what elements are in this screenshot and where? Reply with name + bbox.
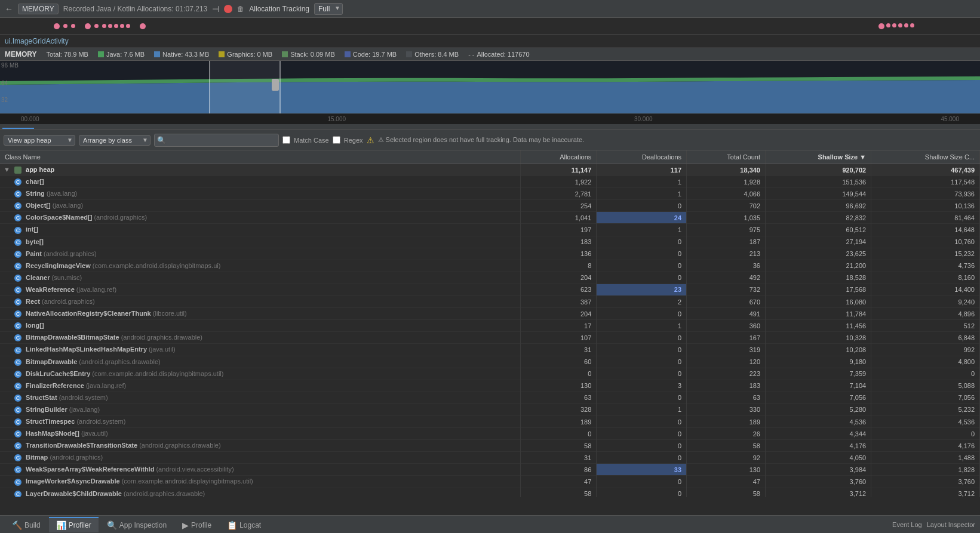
tab-profiler[interactable]: 📊 Profiler (49, 517, 99, 532)
table-row[interactable]: C ColorSpace$Named[] (android.graphics) … (0, 212, 980, 224)
table-row[interactable]: C StructTimespec (android.system) 189 0 … (0, 415, 980, 427)
table-row[interactable]: C WeakReference (java.lang.ref) 623 23 7… (0, 284, 980, 295)
class-icon: C (14, 454, 21, 461)
col-allocations[interactable]: Allocations (520, 150, 596, 164)
col-deallocations[interactable]: Deallocations (597, 150, 687, 164)
class-name: WeakSparseArray$WeakReferenceWithId (26, 466, 154, 473)
svg-rect-2 (279, 61, 281, 113)
dealloc-cell: 0 (597, 452, 687, 464)
record-stop-icon[interactable]: ⊣ (212, 4, 219, 14)
back-button[interactable]: ← (5, 4, 13, 14)
alloc-cell: 60 (520, 356, 596, 368)
class-pkg: (java.lang) (69, 406, 100, 413)
table-row[interactable]: C Bitmap (android.graphics) 31 0 92 4,05… (0, 452, 980, 464)
shallow-cell: 17,568 (766, 284, 871, 295)
match-case-label[interactable]: Match Case (282, 136, 329, 144)
total-label: Total: 78.9 MB (47, 51, 88, 58)
profiler-label: Profiler (69, 521, 91, 529)
class-pkg: (java.util) (149, 346, 176, 353)
table-row[interactable]: C Cleaner (sun.misc) 204 0 492 18,528 8,… (0, 272, 980, 284)
shallow-cell: 5,280 (766, 403, 871, 415)
class-name: String (26, 190, 45, 197)
table-row[interactable]: C ImageWorker$AsyncDrawable (com.example… (0, 476, 980, 488)
filter-toolbar: View app heap ▼ Arrange by class ▼ 🔍 Mat… (0, 130, 980, 150)
group-expand-icon[interactable]: ▼ (4, 166, 10, 173)
table-row[interactable]: C HashMap$Node[] (java.util) 0 0 26 4,34… (0, 428, 980, 440)
dealloc-cell: 1 (597, 188, 687, 200)
table-row[interactable]: C char[] 1,922 1 1,928 151,536 117,548 (0, 176, 980, 188)
table-row[interactable]: C Paint (android.graphics) 136 0 213 23,… (0, 248, 980, 260)
col-shallow-size-c[interactable]: Shallow Size C... (871, 150, 980, 164)
col-shallow-size[interactable]: Shallow Size ▼ (766, 150, 871, 164)
class-name: RecyclingImageView (26, 262, 91, 269)
shallow-c-cell: 117,548 (871, 176, 980, 188)
shallow-cell: 4,344 (766, 428, 871, 440)
total-cell: 670 (687, 296, 766, 308)
class-name-cell: C StructTimespec (android.system) (0, 415, 520, 427)
match-case-checkbox[interactable] (282, 136, 290, 144)
col-total-count[interactable]: Total Count (687, 150, 766, 164)
class-name-cell: C FinalizerReference (java.lang.ref) (0, 380, 520, 392)
dealloc-cell: 0 (597, 236, 687, 248)
class-name: Bitmap (26, 454, 48, 461)
search-input[interactable] (168, 135, 276, 145)
table-row[interactable]: C Object[] (java.lang) 254 0 702 96,692 … (0, 200, 980, 212)
class-icon: C (14, 359, 21, 366)
shallow-c-cell: 5,232 (871, 403, 980, 415)
table-row[interactable]: C String (java.lang) 2,781 1 4,066 149,5… (0, 188, 980, 200)
full-dropdown[interactable]: Full (314, 3, 343, 15)
tab-app-inspection[interactable]: 🔍 App Inspection (100, 517, 174, 532)
table-row[interactable]: C DiskLruCache$Entry (com.example.androi… (0, 368, 980, 380)
table-row[interactable]: C byte[] 183 0 187 27,194 10,760 (0, 236, 980, 248)
tab-logcat[interactable]: 📋 Logcat (220, 517, 268, 532)
total-cell: 360 (687, 320, 766, 332)
total-cell: 47 (687, 476, 766, 488)
event-log-link[interactable]: Event Log (892, 521, 922, 528)
regex-label[interactable]: Regex (333, 136, 363, 144)
table-row[interactable]: C FinalizerReference (java.lang.ref) 130… (0, 380, 980, 392)
table-row[interactable]: C StructStat (android.system) 63 0 63 7,… (0, 392, 980, 403)
dealloc-cell: 1 (597, 176, 687, 188)
tab-build[interactable]: 🔨 Build (5, 517, 48, 532)
dealloc-cell: 0 (597, 428, 687, 440)
class-icon: C (14, 418, 21, 426)
heap-dropdown[interactable]: View app heap (4, 135, 75, 146)
dealloc-cell: 0 (597, 248, 687, 260)
table-row[interactable]: C TransitionDrawable$TransitionState (an… (0, 440, 980, 452)
y-label-64: 64 (1, 80, 8, 87)
memory-badge[interactable]: MEMORY (18, 4, 59, 14)
class-pkg: (java.lang) (53, 202, 83, 209)
class-name-cell: C ColorSpace$Named[] (android.graphics) (0, 212, 520, 224)
table-row[interactable]: C WeakSparseArray$WeakReferenceWithId (a… (0, 464, 980, 476)
record-button[interactable] (224, 5, 232, 13)
table-row[interactable]: C BitmapDrawable (android.graphics.drawa… (0, 356, 980, 368)
total-cell: 130 (687, 464, 766, 476)
table-row[interactable]: C Rect (android.graphics) 387 2 670 16,0… (0, 296, 980, 308)
delete-button[interactable]: 🗑 (237, 5, 244, 13)
col-class-name[interactable]: Class Name (0, 150, 520, 164)
arrange-dropdown[interactable]: Arrange by class (79, 135, 150, 146)
table-row[interactable]: C LayerDrawable$ChildDrawable (android.g… (0, 488, 980, 497)
table-row[interactable]: C int[] 197 1 975 60,512 14,648 (0, 224, 980, 236)
table-row[interactable]: C long[] 17 1 360 11,456 512 (0, 320, 980, 332)
app-inspection-icon: 🔍 (107, 520, 117, 530)
class-icon: C (14, 286, 21, 294)
table-row[interactable]: C StringBuilder (java.lang) 328 1 330 5,… (0, 403, 980, 415)
tab-profile[interactable]: ▶ Profile (175, 517, 219, 532)
shallow-cell: 27,194 (766, 236, 871, 248)
mem-stat-allocated: - - Allocated: 117670 (468, 51, 529, 58)
class-name: NativeAllocationRegistry$CleanerThunk (26, 310, 151, 317)
regex-checkbox[interactable] (333, 136, 340, 144)
data-table-wrapper[interactable]: Class Name Allocations Deallocations Tot… (0, 150, 980, 497)
table-row[interactable]: C RecyclingImageView (com.example.androi… (0, 260, 980, 272)
group-alloc: 11,147 (520, 164, 596, 176)
total-cell: 330 (687, 403, 766, 415)
svg-rect-3 (272, 79, 279, 91)
table-row[interactable]: C NativeAllocationRegistry$CleanerThunk … (0, 308, 980, 320)
class-name: Cleaner (26, 274, 50, 281)
total-cell: 492 (687, 272, 766, 284)
layout-inspector-link[interactable]: Layout Inspector (927, 521, 975, 528)
table-row[interactable]: C LinkedHashMap$LinkedHashMapEntry (java… (0, 344, 980, 356)
alloc-cell: 1,041 (520, 212, 596, 224)
table-row[interactable]: C BitmapDrawable$BitmapState (android.gr… (0, 332, 980, 344)
